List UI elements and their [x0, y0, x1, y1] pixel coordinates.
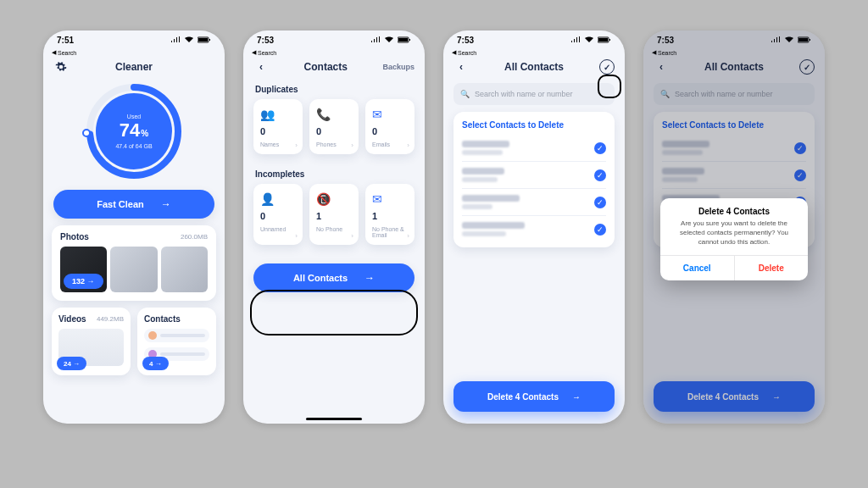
all-contacts-button[interactable]: All Contacts→	[253, 263, 415, 292]
tile-label: Emails	[372, 141, 390, 147]
incompletes-label: Incompletes	[243, 163, 425, 184]
search-icon: 🔍	[460, 90, 470, 98]
photos-size: 260.0MB	[181, 233, 208, 241]
chevron-right-icon: ›	[351, 141, 353, 149]
tile-label: Unnamed	[260, 226, 286, 232]
stat-tile[interactable]: ✉1No Phone & Email›	[365, 184, 415, 245]
cancel-button[interactable]: Cancel	[660, 256, 735, 280]
delete-button[interactable]: Delete	[735, 256, 809, 280]
tile-count: 0	[260, 211, 265, 221]
check-icon[interactable]: ✓	[594, 197, 606, 208]
battery-icon	[598, 36, 611, 43]
fast-clean-button[interactable]: Fast Clean→	[53, 190, 214, 219]
storage-gauge: Used 74% 47.4 of 64 GB	[84, 81, 184, 181]
search-input[interactable]: 🔍 Search with name or number	[453, 83, 615, 105]
gauge-sub: 47.4 of 64 GB	[115, 143, 152, 149]
arrow-right-icon: →	[364, 272, 375, 284]
screen-delete-confirm: 7:53 ◀ Search ‹ All Contacts ✓ 🔍 Search …	[643, 30, 825, 424]
tile-count: 1	[372, 211, 377, 221]
back-to-search[interactable]: ◀ Search	[243, 49, 425, 56]
back-button[interactable]: ‹	[253, 61, 269, 73]
select-all-button[interactable]: ✓	[599, 59, 615, 75]
tile-label: No Phone & Email	[372, 226, 408, 238]
check-icon[interactable]: ✓	[594, 224, 606, 236]
contact-row[interactable]: ✓	[462, 162, 606, 189]
gauge-marker	[82, 129, 91, 137]
check-circle-icon: ✓	[599, 59, 615, 75]
contact-row[interactable]: ✓	[462, 216, 606, 242]
stat-tile[interactable]: 👥0Names›	[253, 99, 303, 154]
tile-icon: 📵	[316, 192, 331, 206]
backups-button[interactable]: Backups	[382, 63, 415, 71]
page-title: Cleaner	[69, 61, 199, 73]
check-icon[interactable]: ✓	[594, 169, 606, 181]
annotation-circle	[250, 290, 418, 336]
contact-row[interactable]: ✓	[462, 135, 606, 162]
modal-title: Delete 4 Contacts	[660, 198, 808, 219]
tile-label: Phones	[316, 141, 337, 147]
contacts-card[interactable]: Contacts 4 →	[137, 308, 216, 375]
svg-rect-1	[198, 38, 208, 42]
delete-contacts-button[interactable]: Delete 4 Contacts→	[453, 381, 615, 412]
videos-count-pill[interactable]: 24 →	[57, 357, 86, 370]
photo-thumb	[161, 247, 208, 292]
wifi-icon	[384, 36, 394, 43]
signal-icon	[170, 36, 181, 43]
signal-icon	[570, 36, 581, 43]
clock: 7:53	[257, 36, 274, 45]
tile-label: Names	[260, 141, 279, 147]
tile-icon: ✉	[372, 108, 382, 121]
tile-count: 0	[316, 126, 321, 136]
back-to-search[interactable]: ◀ Search	[43, 49, 225, 56]
gauge-percent: 74%	[120, 119, 148, 141]
stat-tile[interactable]: 📞0Phones›	[309, 99, 359, 154]
battery-icon	[398, 36, 411, 43]
signal-icon	[370, 36, 381, 43]
chevron-right-icon: ›	[407, 141, 409, 149]
gear-icon	[55, 61, 67, 73]
photo-thumb	[110, 247, 157, 292]
stat-tile[interactable]: 👤0Unnamed›	[253, 184, 303, 245]
screen-all-contacts: 7:53 ◀ Search ‹ All Contacts ✓ 🔍 Search …	[443, 30, 625, 424]
stat-tile[interactable]: 📵1No Phone›	[309, 184, 359, 245]
home-indicator[interactable]	[306, 418, 362, 420]
back-to-search[interactable]: ◀ Search	[443, 49, 625, 56]
clock: 7:51	[57, 36, 74, 45]
status-bar: 7:51	[43, 30, 225, 49]
chevron-right-icon: ›	[407, 232, 409, 240]
tile-count: 0	[260, 126, 265, 136]
arrow-right-icon: →	[161, 198, 171, 210]
status-bar: 7:53	[443, 30, 625, 49]
contact-row[interactable]: ✓	[462, 189, 606, 216]
settings-button[interactable]	[53, 61, 69, 73]
gauge-label: Used	[127, 114, 141, 119]
check-icon[interactable]: ✓	[594, 142, 606, 154]
chevron-right-icon: ›	[295, 141, 298, 149]
back-button[interactable]: ‹	[453, 61, 469, 73]
duplicates-label: Duplicates	[243, 78, 425, 99]
tile-count: 0	[372, 126, 377, 136]
arrow-right-icon: →	[572, 392, 581, 402]
confirm-delete-modal: Delete 4 Contacts Are you sure you want …	[660, 198, 808, 280]
svg-rect-2	[209, 39, 210, 41]
chevron-right-icon: ›	[351, 232, 353, 240]
list-title: Select Contacts to Delete	[462, 120, 606, 130]
tile-count: 1	[316, 211, 321, 221]
svg-rect-10	[609, 39, 610, 41]
modal-body: Are you sure you want to delete the sele…	[660, 219, 808, 255]
clock: 7:53	[457, 36, 474, 45]
page-title: All Contacts	[469, 61, 599, 73]
photos-count-pill[interactable]: 132 →	[64, 274, 103, 289]
photos-title: Photos	[60, 232, 89, 241]
svg-rect-6	[398, 38, 408, 42]
tile-icon: 👤	[260, 192, 275, 206]
stat-tile[interactable]: ✉0Emails›	[365, 99, 415, 154]
svg-rect-9	[598, 38, 608, 42]
wifi-icon	[584, 36, 594, 43]
screen-contacts: 7:53 ◀ Search ‹ Contacts Backups Duplica…	[243, 30, 425, 424]
videos-card[interactable]: Videos449.2MB 24 →	[52, 308, 131, 375]
navbar: Cleaner	[43, 56, 225, 78]
photos-card[interactable]: Photos 260.0MB 132 →	[52, 225, 216, 301]
svg-rect-7	[409, 39, 410, 41]
contacts-count-pill[interactable]: 4 →	[142, 357, 169, 370]
